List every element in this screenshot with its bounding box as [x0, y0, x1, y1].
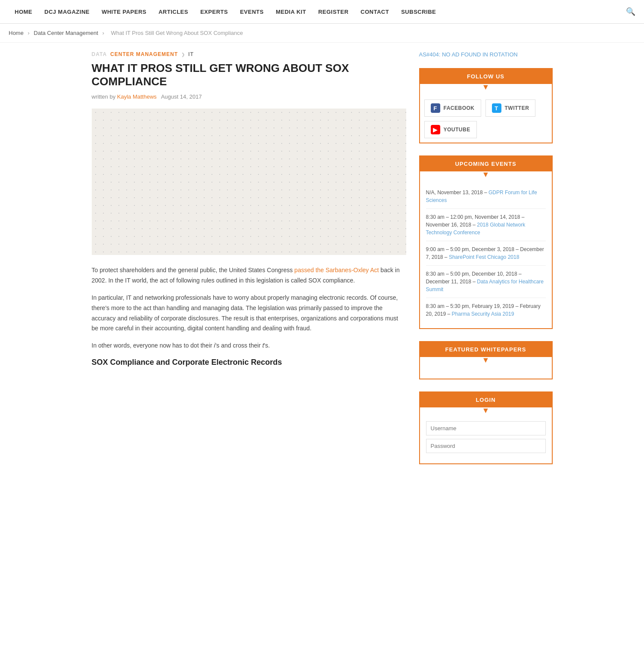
breadcrumb-category[interactable]: Data Center Management [34, 30, 98, 36]
author-link[interactable]: Kayla Matthews [117, 93, 157, 100]
sidebar-ad: AS#404: NO AD FOUND IN ROTATION [419, 51, 553, 58]
event-5-link[interactable]: Pharma Security Asia 2019 [452, 311, 514, 317]
main-layout: DATA CENTER MANAGEMENT ❯ IT WHAT IT PROS… [85, 43, 559, 485]
article-meta: written by Kayla Matthews August 14, 201… [92, 93, 406, 100]
follow-us-arrow: ▼ [420, 83, 552, 93]
follow-us-header: FOLLOW US [420, 69, 552, 84]
follow-us-section: FOLLOW US ▼ f FACEBOOK t TWITTER ▶ YOUTU… [419, 68, 553, 143]
sarbanes-oxley-link[interactable]: passed the Sarbanes-Oxley Act [294, 267, 379, 273]
username-input[interactable] [426, 421, 546, 435]
article-subheading-1: SOX Compliance and Corporate Electronic … [92, 358, 406, 367]
article-date: August 14, 2017 [161, 93, 202, 100]
youtube-label: YOUTUBE [444, 127, 470, 133]
tag-center-mgmt: CENTER MANAGEMENT [110, 51, 178, 57]
facebook-button[interactable]: f FACEBOOK [424, 99, 481, 117]
breadcrumb-home[interactable]: Home [9, 30, 24, 36]
article-title: WHAT IT PROS STILL GET WRONG ABOUT SOX C… [92, 62, 406, 88]
featured-whitepapers-header: FEATURED WHITEPAPERS [420, 342, 552, 357]
breadcrumb: Home › Data Center Management › What IT … [0, 24, 644, 43]
article-paragraph-1: To protect shareholders and the general … [92, 265, 406, 286]
events-body: N/A, November 13, 2018 – GDPR Forum for … [420, 180, 552, 328]
search-icon[interactable]: 🔍 [626, 7, 635, 16]
sidebar: AS#404: NO AD FOUND IN ROTATION FOLLOW U… [419, 51, 553, 476]
follow-us-body: f FACEBOOK t TWITTER ▶ YOUTUBE [420, 93, 552, 143]
twitter-label: TWITTER [505, 105, 529, 111]
event-item-1: N/A, November 13, 2018 – GDPR Forum for … [426, 184, 546, 209]
written-by-label: written by [92, 93, 116, 100]
upcoming-events-section: UPCOMING EVENTS ▼ N/A, November 13, 2018… [419, 155, 553, 329]
nav-subscribe[interactable]: SUBSCRIBE [395, 0, 442, 24]
breadcrumb-sep-2: › [103, 30, 104, 36]
nav-contact[interactable]: CONTACT [355, 0, 395, 24]
article-image [92, 109, 406, 255]
article-tags: DATA CENTER MANAGEMENT ❯ IT [92, 51, 406, 57]
nav-dcj-magazine[interactable]: DCJ MAGAZINE [38, 0, 96, 24]
facebook-label: FACEBOOK [444, 105, 475, 111]
event-item-3: 9:00 am – 5:00 pm, December 3, 2018 – De… [426, 241, 546, 266]
youtube-button[interactable]: ▶ YOUTUBE [424, 121, 477, 138]
nav-white-papers[interactable]: WHITE PAPERS [96, 0, 152, 24]
nav-home[interactable]: HOME [9, 0, 38, 24]
upcoming-events-arrow: ▼ [420, 171, 552, 180]
main-nav: HOME DCJ MAGAZINE WHITE PAPERS ARTICLES … [0, 0, 644, 24]
twitter-icon: t [492, 103, 501, 113]
event-3-link[interactable]: SharePoint Fest Chicago 2018 [449, 254, 519, 260]
para1-text-before: To protect shareholders and the general … [92, 267, 295, 273]
nav-events[interactable]: EVENTS [234, 0, 270, 24]
upcoming-events-header: UPCOMING EVENTS [420, 156, 552, 171]
login-header: LOGIN [420, 392, 552, 407]
breadcrumb-sep-1: › [28, 30, 29, 36]
article-column: DATA CENTER MANAGEMENT ❯ IT WHAT IT PROS… [92, 51, 406, 476]
breadcrumb-current: What IT Pros Still Get Wrong About SOX C… [111, 30, 243, 36]
featured-whitepapers-body [420, 366, 552, 379]
nav-register[interactable]: REGISTER [312, 0, 355, 24]
event-item-2: 8:30 am – 12:00 pm, November 14, 2018 – … [426, 209, 546, 241]
twitter-button[interactable]: t TWITTER [485, 99, 536, 117]
featured-whitepapers-arrow: ▼ [420, 356, 552, 366]
featured-whitepapers-section: FEATURED WHITEPAPERS ▼ [419, 341, 553, 379]
article-paragraph-2: In particular, IT and networking profess… [92, 293, 406, 334]
nav-media-kit[interactable]: MEDIA KIT [270, 0, 312, 24]
tag-it: IT [188, 51, 194, 57]
event-item-4: 8:30 am – 5:00 pm, December 10, 2018 – D… [426, 266, 546, 298]
login-section: LOGIN ▼ [419, 391, 553, 464]
tag-separator: ❯ [181, 52, 185, 57]
nav-experts[interactable]: EXPERTS [194, 0, 234, 24]
event-1-date: N/A, November 13, 2018 – [426, 189, 488, 196]
article-body: To protect shareholders and the general … [92, 265, 406, 367]
youtube-icon: ▶ [431, 125, 440, 134]
login-body [420, 416, 552, 463]
tag-data: DATA [92, 51, 107, 57]
event-item-5: 8:30 am – 5:30 pm, February 19, 2019 – F… [426, 298, 546, 322]
password-input[interactable] [426, 439, 546, 453]
facebook-icon: f [431, 103, 440, 113]
article-paragraph-3: In other words, everyone now has to dot … [92, 341, 406, 351]
login-arrow: ▼ [420, 407, 552, 416]
nav-articles[interactable]: ARTICLES [152, 0, 194, 24]
